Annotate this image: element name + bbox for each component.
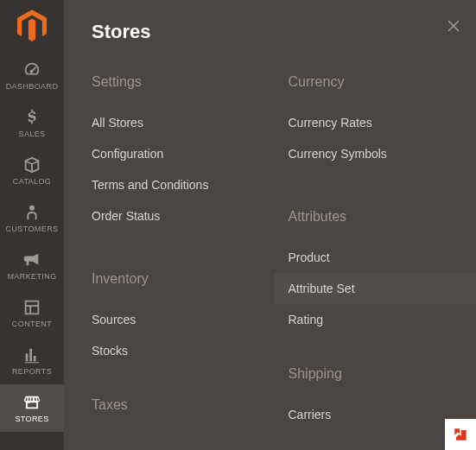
group-head: Currency [289,74,465,90]
link-terms-and-conditions[interactable]: Terms and Conditions [92,169,268,200]
sidebar: DASHBOARD SALES CATALOG CUSTOMERS MARKET… [0,0,64,450]
group-shipping: Shipping Carriers [289,366,465,430]
col-right: Currency Currency Rates Currency Symbols… [289,74,465,430]
nav-stores[interactable]: STORES [0,384,64,432]
nav-label: REPORTS [12,367,52,376]
store-icon [22,393,41,412]
nav-label: CATALOG [13,177,51,186]
group-head: Shipping [289,366,465,382]
nav-label: MARKETING [7,272,56,281]
layout-icon [22,298,41,317]
nav-label: STORES [15,415,48,423]
link-configuration[interactable]: Configuration [92,138,268,169]
panel-title: Stores [92,21,464,43]
corner-badge[interactable] [445,419,476,450]
link-carriers[interactable]: Carriers [289,399,465,430]
bars-icon [22,345,41,364]
col-left: Settings All Stores Configuration Terms … [92,74,289,430]
group-head: Inventory [92,271,268,287]
link-sources[interactable]: Sources [92,304,268,335]
nav-reports[interactable]: REPORTS [0,337,64,384]
gauge-icon [22,60,41,79]
link-attribute-set[interactable]: Attribute Set [275,273,477,304]
nav-catalog[interactable]: CATALOG [0,147,64,194]
nav-sales[interactable]: SALES [0,99,64,147]
nav: DASHBOARD SALES CATALOG CUSTOMERS MARKET… [0,52,64,450]
group-head: Settings [92,74,268,90]
nav-label: CUSTOMERS [6,225,59,233]
person-icon [22,203,41,222]
link-stocks[interactable]: Stocks [92,335,268,366]
stores-panel: Stores Settings All Stores Configuration… [64,0,476,450]
link-all-stores[interactable]: All Stores [92,107,268,138]
nav-label: CONTENT [12,320,52,328]
nav-marketing[interactable]: MARKETING [0,242,64,289]
group-currency: Currency Currency Rates Currency Symbols [289,74,465,169]
logo[interactable] [0,0,64,52]
group-head: Attributes [289,209,465,225]
group-inventory: Inventory Sources Stocks [92,271,268,366]
nav-content[interactable]: CONTENT [0,289,64,337]
nav-label: SALES [18,130,45,138]
group-head: Taxes [92,397,268,413]
close-icon [447,19,460,33]
nav-customers[interactable]: CUSTOMERS [0,194,64,242]
nav-dashboard[interactable]: DASHBOARD [0,52,64,99]
dollar-icon [22,108,41,127]
link-product[interactable]: Product [289,242,465,273]
link-currency-rates[interactable]: Currency Rates [289,107,465,138]
magento-icon [17,10,47,42]
link-currency-symbols[interactable]: Currency Symbols [289,138,465,169]
link-order-status[interactable]: Order Status [92,200,268,231]
group-settings: Settings All Stores Configuration Terms … [92,74,268,231]
box-icon [22,155,41,174]
link-rating[interactable]: Rating [289,304,465,335]
close-button[interactable] [447,19,464,36]
group-attributes: Attributes Product Attribute Set Rating [289,209,465,335]
nav-label: DASHBOARD [6,82,59,91]
badge-icon [452,426,469,443]
megaphone-icon [22,250,41,269]
group-taxes: Taxes [92,397,268,413]
panel-columns: Settings All Stores Configuration Terms … [92,74,464,430]
